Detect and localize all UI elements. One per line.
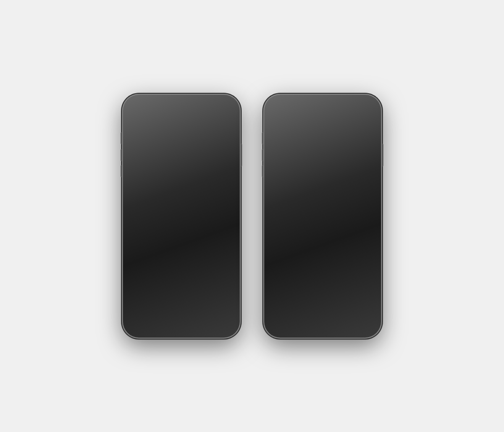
message-sent-1: Hi Hilton! bbox=[205, 134, 232, 147]
key-y[interactable]: y bbox=[183, 258, 192, 270]
hilton-phone: 9:41 ▲ ‹ Hilton Hilton Hotels & bbox=[122, 94, 241, 338]
key-v-apple[interactable]: v bbox=[318, 285, 327, 296]
mic-icon-hilton[interactable]: 🎤 bbox=[225, 231, 233, 239]
key-a-apple[interactable]: a bbox=[270, 272, 280, 283]
status-time-hilton: 9:41 bbox=[135, 103, 144, 107]
header-title-apple: Apple bbox=[311, 119, 322, 123]
mic-icon-apple[interactable]: 🎤 bbox=[366, 231, 374, 239]
key-m[interactable]: m bbox=[212, 285, 221, 296]
key-g[interactable]: g bbox=[176, 272, 186, 283]
key-row-2-apple: a s d f g h j k l bbox=[269, 272, 376, 283]
shift-key-hilton[interactable]: ⇧ bbox=[128, 285, 140, 296]
key-m-apple[interactable]: m bbox=[353, 285, 362, 296]
key-h-apple[interactable]: h bbox=[330, 272, 339, 283]
key-j-apple[interactable]: j bbox=[341, 272, 351, 283]
key-e-apple[interactable]: e bbox=[291, 258, 300, 270]
key-i[interactable]: i bbox=[204, 258, 213, 270]
key-c-apple[interactable]: c bbox=[306, 285, 316, 296]
key-r[interactable]: r bbox=[160, 258, 170, 270]
num-key-hilton[interactable]: 123 bbox=[138, 298, 152, 310]
emoji-icon-hilton[interactable]: ☺ bbox=[135, 316, 142, 324]
key-row-3-apple: ⇧ z x c v b n m ⌫ bbox=[269, 285, 376, 296]
key-u[interactable]: u bbox=[193, 258, 202, 270]
key-t[interactable]: t bbox=[171, 258, 181, 270]
return-key-hilton[interactable]: return bbox=[202, 298, 225, 310]
key-s[interactable]: s bbox=[141, 272, 151, 283]
key-x[interactable]: x bbox=[153, 285, 163, 296]
key-e[interactable]: e bbox=[149, 258, 158, 270]
key-k[interactable]: k bbox=[212, 272, 222, 283]
status-time-apple: 9:41 bbox=[276, 103, 285, 107]
key-h[interactable]: h bbox=[188, 272, 198, 283]
key-o-apple[interactable]: o bbox=[357, 258, 366, 270]
key-l-apple[interactable]: l bbox=[365, 272, 375, 283]
key-d[interactable]: d bbox=[153, 272, 163, 283]
autocomplete-name-apple: home bbox=[272, 244, 373, 248]
key-f[interactable]: f bbox=[165, 272, 174, 283]
autocomplete-value-apple[interactable]: 97712 bbox=[272, 248, 373, 254]
key-r-apple[interactable]: r bbox=[302, 258, 311, 270]
key-w[interactable]: w bbox=[139, 258, 148, 270]
chat-area-hilton: Hi Hilton! Good morning, my name is Anna… bbox=[126, 131, 237, 228]
key-p[interactable]: p bbox=[226, 258, 235, 270]
shift-key-apple[interactable]: ⇧ bbox=[269, 285, 281, 296]
back-button-hilton[interactable]: ‹ bbox=[132, 116, 135, 124]
autocomplete-hilton[interactable]: John Appleseed John bbox=[126, 241, 237, 256]
camera-icon-hilton[interactable]: ⊙ bbox=[130, 231, 136, 239]
message-input-hilton[interactable]: To: Hilton Hotels & Re... bbox=[148, 231, 221, 239]
key-b[interactable]: b bbox=[188, 285, 198, 296]
key-v[interactable]: v bbox=[176, 285, 186, 296]
camera-icon-apple[interactable]: ⊙ bbox=[271, 231, 277, 239]
mic-bottom-icon-hilton[interactable]: 🎤 bbox=[219, 316, 228, 324]
space-key-apple[interactable]: space bbox=[296, 298, 341, 310]
key-y-apple[interactable]: y bbox=[324, 258, 333, 270]
key-n[interactable]: n bbox=[200, 285, 209, 296]
return-key-apple[interactable]: return bbox=[343, 298, 366, 310]
apps-icon-hilton[interactable]: A bbox=[139, 231, 145, 238]
delete-key-hilton[interactable]: ⌫ bbox=[223, 285, 235, 296]
key-row-1-apple: q w e r t y u i o p bbox=[269, 258, 376, 270]
key-o[interactable]: o bbox=[215, 258, 225, 270]
key-c[interactable]: c bbox=[165, 285, 174, 296]
key-w-apple[interactable]: w bbox=[280, 258, 289, 270]
back-button-apple[interactable]: ‹ bbox=[273, 114, 276, 123]
info-button-hilton[interactable]: i bbox=[221, 115, 231, 125]
notch-hilton bbox=[158, 98, 204, 107]
message-received-2: I can help with that. To get started, wh… bbox=[131, 204, 210, 222]
key-t-apple[interactable]: t bbox=[313, 258, 322, 270]
emoji-icon-apple[interactable]: ☺ bbox=[276, 316, 283, 324]
apps-icon-apple[interactable]: A bbox=[280, 231, 286, 238]
space-key-hilton[interactable]: space bbox=[154, 298, 200, 310]
apple-phone: 9:41 ▲ ‹  Apple ✓ bbox=[263, 94, 382, 338]
key-p-apple[interactable]: p bbox=[367, 258, 376, 270]
autocomplete-apple[interactable]: home 97712 bbox=[267, 241, 378, 256]
key-n-apple[interactable]: n bbox=[341, 285, 351, 296]
key-g-apple[interactable]: g bbox=[318, 272, 328, 283]
message-sent-apple-2: Pay in full bbox=[345, 208, 373, 220]
message-input-apple[interactable] bbox=[289, 231, 363, 239]
key-u-apple[interactable]: u bbox=[334, 258, 344, 270]
key-j[interactable]: j bbox=[200, 272, 210, 283]
delete-key-apple[interactable]: ⌫ bbox=[364, 285, 376, 296]
key-k-apple[interactable]: k bbox=[353, 272, 363, 283]
key-a[interactable]: a bbox=[129, 272, 139, 283]
key-f-apple[interactable]: f bbox=[306, 272, 316, 283]
num-key-apple[interactable]: 123 bbox=[279, 298, 294, 310]
key-d-apple[interactable]: d bbox=[294, 272, 304, 283]
key-x-apple[interactable]: x bbox=[294, 285, 304, 296]
key-row-3-hilton: ⇧ z x c v b n m ⌫ bbox=[128, 285, 235, 296]
key-i-apple[interactable]: i bbox=[346, 258, 355, 270]
key-l[interactable]: l bbox=[224, 272, 234, 283]
key-s-apple[interactable]: s bbox=[282, 272, 292, 283]
keyboard-apple: q w e r t y u i o p a s d f g h j k l bbox=[267, 256, 378, 313]
info-button-apple[interactable]: i bbox=[363, 114, 372, 123]
key-q[interactable]: q bbox=[128, 258, 137, 270]
key-z[interactable]: z bbox=[142, 285, 151, 296]
autocomplete-value-hilton[interactable]: John bbox=[131, 248, 232, 254]
key-q-apple[interactable]: q bbox=[269, 258, 278, 270]
header-subtitle-text-hilton: Hilton Hotels & Resorts bbox=[155, 122, 195, 126]
mic-bottom-icon-apple[interactable]: 🎤 bbox=[360, 316, 369, 324]
key-z-apple[interactable]: z bbox=[283, 285, 292, 296]
notch-apple bbox=[300, 98, 346, 107]
key-b-apple[interactable]: b bbox=[330, 285, 339, 296]
